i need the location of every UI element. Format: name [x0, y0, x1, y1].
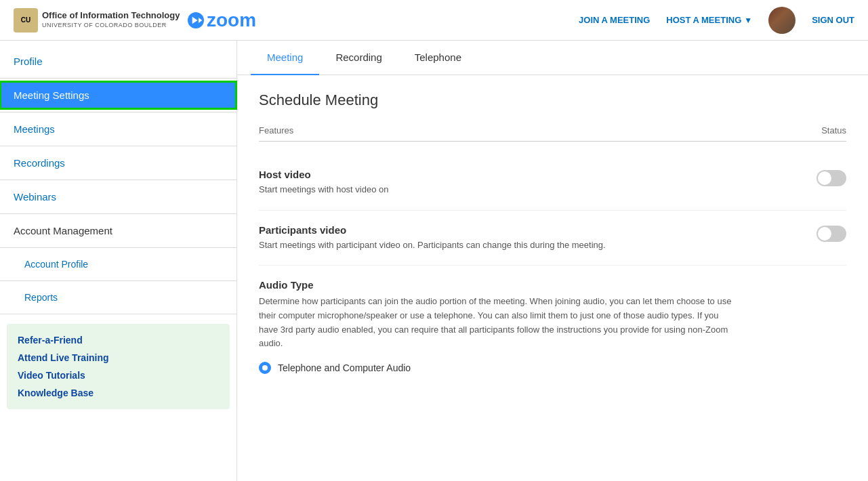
oit-logo: CU Office of Information Technology UNIV… [14, 8, 180, 33]
sign-out-link[interactable]: SIGN OUT [812, 15, 854, 25]
features-status-header: Features Status [259, 125, 846, 142]
host-video-row: Host video Start meetings with host vide… [259, 155, 846, 211]
sidebar-divider-4 [0, 180, 236, 180]
sidebar-item-recordings[interactable]: Recordings [0, 149, 236, 177]
content-area: Meeting Recording Telephone Schedule Mee… [237, 41, 868, 481]
tab-meeting[interactable]: Meeting [251, 41, 319, 75]
sidebar-divider-3 [0, 146, 236, 146]
participants-video-toggle[interactable] [817, 226, 846, 242]
knowledge-base-link[interactable]: Knowledge Base [18, 388, 219, 398]
video-tutorials-link[interactable]: Video Tutorials [18, 370, 219, 381]
oit-main-text: Office of Information Technology [42, 10, 180, 22]
sidebar-green-box: Refer-a-Friend Attend Live Training Vide… [7, 324, 230, 409]
participants-video-info: Participants video Start meetings with p… [259, 224, 817, 252]
host-video-title: Host video [259, 169, 789, 180]
sidebar-item-profile[interactable]: Profile [0, 47, 236, 75]
oit-sub-text: UNIVERSITY OF COLORADO BOULDER [42, 22, 180, 30]
oit-text: Office of Information Technology UNIVERS… [42, 10, 180, 30]
oit-shield-icon: CU [14, 8, 38, 33]
sidebar-item-reports[interactable]: Reports [0, 284, 236, 311]
content-body: Schedule Meeting Features Status Host vi… [237, 75, 868, 404]
header-logo: CU Office of Information Technology UNIV… [14, 7, 278, 34]
participants-video-title: Participants video [259, 224, 789, 236]
join-meeting-link[interactable]: JOIN A MEETING [579, 15, 650, 25]
host-video-toggle[interactable] [817, 170, 846, 186]
sidebar-divider-8 [0, 314, 236, 314]
audio-type-row: Audio Type Determine how participants ca… [259, 266, 846, 388]
zoom-logo: zoom [188, 7, 278, 34]
audio-type-title: Audio Type [259, 279, 846, 291]
features-label: Features [259, 125, 293, 135]
audio-type-desc: Determine how participants can join the … [259, 295, 733, 351]
sidebar-divider-7 [0, 280, 236, 281]
header: CU Office of Information Technology UNIV… [0, 0, 868, 41]
sidebar-item-meetings[interactable]: Meetings [0, 115, 236, 143]
radio-label: Telephone and Computer Audio [278, 362, 411, 373]
chevron-down-icon: ▼ [744, 16, 752, 25]
sidebar-divider-6 [0, 247, 236, 248]
sidebar: Profile Meeting Settings Meetings Record… [0, 41, 237, 481]
avatar [768, 7, 795, 34]
svg-text:zoom: zoom [207, 9, 256, 30]
host-video-desc: Start meetings with host video on [259, 183, 789, 196]
participants-video-desc: Start meetings with participant video on… [259, 238, 789, 252]
sidebar-item-account-management: Account Management [0, 217, 236, 245]
sidebar-item-meeting-settings[interactable]: Meeting Settings [0, 81, 236, 109]
host-meeting-link[interactable]: HOST A MEETING [666, 15, 741, 25]
attend-live-training-link[interactable]: Attend Live Training [18, 352, 219, 363]
host-meeting-button[interactable]: HOST A MEETING ▼ [666, 15, 752, 25]
refer-a-friend-link[interactable]: Refer-a-Friend [18, 335, 219, 346]
main-layout: Profile Meeting Settings Meetings Record… [0, 41, 868, 481]
participants-video-row: Participants video Start meetings with p… [259, 211, 846, 266]
radio-circle-icon [259, 362, 271, 374]
sidebar-item-webinars[interactable]: Webinars [0, 183, 236, 211]
tabs-bar: Meeting Recording Telephone [237, 41, 868, 75]
sidebar-divider-5 [0, 213, 236, 214]
status-label: Status [821, 125, 846, 135]
sidebar-item-account-profile[interactable]: Account Profile [0, 251, 236, 278]
sidebar-divider-2 [0, 112, 236, 112]
section-title: Schedule Meeting [259, 91, 846, 109]
tab-recording[interactable]: Recording [319, 41, 398, 75]
sidebar-divider-1 [0, 78, 236, 79]
avatar-image [768, 7, 795, 34]
tab-telephone[interactable]: Telephone [398, 41, 478, 75]
radio-telephone-computer[interactable]: Telephone and Computer Audio [259, 362, 846, 374]
header-nav: JOIN A MEETING HOST A MEETING ▼ SIGN OUT [579, 7, 854, 34]
host-video-info: Host video Start meetings with host vide… [259, 169, 817, 196]
